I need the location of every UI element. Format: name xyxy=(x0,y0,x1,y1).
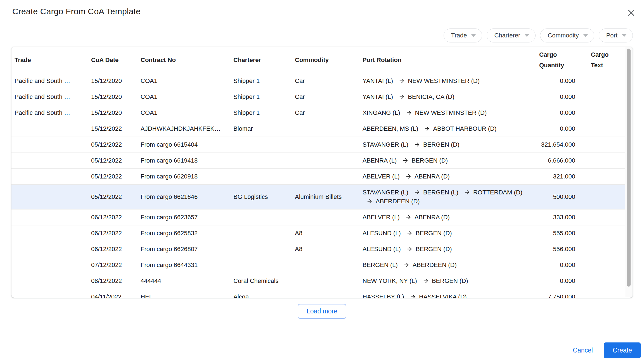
column-header-commodity: Commodity xyxy=(295,47,360,73)
port-stop: ABERDEEN, MS (L) xyxy=(363,124,418,133)
cell-cargo-quantity: 0.000 xyxy=(539,273,580,289)
port-stop: ALESUND (L) xyxy=(363,229,401,238)
port-stop: ABELVER (L) xyxy=(363,172,400,181)
port-stop: YANTAI (L) xyxy=(363,92,393,101)
scrollbar-thumb[interactable] xyxy=(627,49,631,287)
arrow-right-icon xyxy=(406,246,413,252)
cell-cargo-text xyxy=(580,105,625,121)
charterer-filter-label: Charterer xyxy=(494,32,520,39)
cell-charterer: Coral Chemicals xyxy=(233,273,295,289)
port-stop: BERGEN (D) xyxy=(410,140,460,149)
table-row[interactable]: 15/12/2022AJDHWKAJHDKJAHKFEK…BiomarABERD… xyxy=(11,121,625,137)
cell-cargo-text xyxy=(580,185,625,209)
cell-coa-date: 05/12/2022 xyxy=(91,137,141,153)
table-row[interactable]: 06/12/2022From cargo 6623657ABELVER (L) … xyxy=(11,209,625,225)
chevron-down-icon xyxy=(471,34,476,37)
table-row[interactable]: Pacific and South …15/12/2020COA1Shipper… xyxy=(11,73,625,89)
cell-port-rotation: ABERDEEN, MS (L) ABBOT HARBOUR (D) xyxy=(360,121,539,137)
column-header-coa-date: CoA Date xyxy=(91,47,141,73)
commodity-filter-dropdown[interactable]: Commodity xyxy=(540,28,594,42)
cell-contract-no: From cargo 6621646 xyxy=(141,185,233,209)
port-stop: ABENRA (D) xyxy=(401,213,450,222)
cell-coa-date: 06/12/2022 xyxy=(91,241,141,257)
port-stop: ABERDEEN (D) xyxy=(399,261,457,270)
table-row[interactable]: Pacific and South …15/12/2020COA1Shipper… xyxy=(11,105,625,121)
arrow-right-icon xyxy=(406,109,412,116)
arrow-right-icon xyxy=(405,173,412,180)
arrow-right-icon xyxy=(366,198,373,204)
cell-cargo-text xyxy=(580,289,625,298)
cell-coa-date: 07/12/2022 xyxy=(91,257,141,273)
page-title: Create Cargo From CoA Template xyxy=(12,7,141,16)
table-header-row: Trade CoA Date Contract No Charterer Com… xyxy=(11,47,625,73)
cell-port-rotation: ABENRA (L) BERGEN (D) xyxy=(360,153,539,169)
cell-contract-no: AJDHWKAJHDKJAHKFEK… xyxy=(141,121,233,137)
load-more-button[interactable]: Load more xyxy=(298,304,346,319)
cell-contract-no: From cargo 6625832 xyxy=(141,225,233,241)
table-row[interactable]: 06/12/2022From cargo 6626807A8ALESUND (L… xyxy=(11,241,625,257)
close-button[interactable] xyxy=(626,7,637,18)
cell-cargo-quantity: 321,654.000 xyxy=(539,137,580,153)
cell-charterer xyxy=(233,209,295,225)
cell-contract-no: COA1 xyxy=(141,105,233,121)
table-row[interactable]: 07/12/2022From cargo 6644331BERGEN (L) A… xyxy=(11,257,625,273)
cell-trade xyxy=(11,169,91,185)
cell-trade xyxy=(11,121,91,137)
dialog-footer: Cancel Create xyxy=(573,342,641,358)
arrow-right-icon xyxy=(402,157,409,164)
cell-trade xyxy=(11,241,91,257)
cell-coa-date: 15/12/2022 xyxy=(91,121,141,137)
cell-cargo-quantity: 321.000 xyxy=(539,169,580,185)
cell-port-rotation: STAVANGER (L) BERGEN (L) ROTTERDAM (D) A… xyxy=(360,185,539,209)
cell-commodity xyxy=(295,153,360,169)
cell-trade: Pacific and South … xyxy=(11,73,91,89)
cell-charterer: Biomar xyxy=(233,121,295,137)
port-stop: BERGEN (D) xyxy=(419,277,468,285)
cell-commodity xyxy=(295,273,360,289)
port-filter-dropdown[interactable]: Port xyxy=(599,28,633,42)
port-stop: ALESUND (L) xyxy=(363,245,401,254)
cell-commodity: Car xyxy=(295,105,360,121)
cell-cargo-quantity: 556.000 xyxy=(539,241,580,257)
table-row[interactable]: 05/12/2022From cargo 6621646BG Logistics… xyxy=(11,185,625,209)
table-row[interactable]: Pacific and South …15/12/2020COA1Shipper… xyxy=(11,89,625,105)
table-row[interactable]: 04/11/2022HEIAlcoaHASSELBY (L) HASSELVIK… xyxy=(11,289,625,298)
cell-charterer xyxy=(233,153,295,169)
cell-contract-no: 444444 xyxy=(141,273,233,289)
cell-cargo-quantity: 0.000 xyxy=(539,89,580,105)
create-button[interactable]: Create xyxy=(604,342,641,358)
cell-cargo-text xyxy=(580,209,625,225)
cell-commodity xyxy=(295,257,360,273)
port-stop: BENICIA, CA (D) xyxy=(395,92,454,101)
cell-contract-no: COA1 xyxy=(141,89,233,105)
port-stop: STAVANGER (L) xyxy=(363,188,408,197)
cell-port-rotation: ALESUND (L) BERGEN (D) xyxy=(360,225,539,241)
column-header-contract-no: Contract No xyxy=(141,47,233,73)
cell-commodity xyxy=(295,289,360,298)
port-stop: NEW YORK, NY (L) xyxy=(363,277,417,285)
cell-cargo-quantity: 500.000 xyxy=(539,185,580,209)
trade-filter-dropdown[interactable]: Trade xyxy=(444,28,482,42)
cell-trade xyxy=(11,153,91,169)
cell-coa-date: 08/12/2022 xyxy=(91,273,141,289)
table-row[interactable]: 05/12/2022From cargo 6620918ABELVER (L) … xyxy=(11,169,625,185)
cell-port-rotation: ABELVER (L) ABENRA (D) xyxy=(360,169,539,185)
create-cargo-dialog: Create Cargo From CoA Template Trade Cha… xyxy=(0,0,644,362)
cell-charterer: Shipper 1 xyxy=(233,105,295,121)
table-row[interactable]: 05/12/2022From cargo 6615404STAVANGER (L… xyxy=(11,137,625,153)
chevron-down-icon xyxy=(525,34,529,37)
cell-commodity: Aluminium Billets xyxy=(295,185,360,209)
filter-bar: Trade Charterer Commodity Port xyxy=(444,28,633,42)
column-header-trade: Trade xyxy=(11,47,91,73)
cell-commodity: Car xyxy=(295,89,360,105)
cell-port-rotation: XINGANG (L) NEW WESTMINSTER (D) xyxy=(360,105,539,121)
cancel-button[interactable]: Cancel xyxy=(573,347,593,354)
port-filter-label: Port xyxy=(606,32,617,39)
charterer-filter-dropdown[interactable]: Charterer xyxy=(487,28,536,42)
table-row[interactable]: 05/12/2022From cargo 6619418ABENRA (L) B… xyxy=(11,153,625,169)
table-row[interactable]: 08/12/2022444444Coral ChemicalsNEW YORK,… xyxy=(11,273,625,289)
cell-trade: Pacific and South … xyxy=(11,89,91,105)
cell-charterer: BG Logistics xyxy=(233,185,295,209)
table-row[interactable]: 06/12/2022From cargo 6625832A8ALESUND (L… xyxy=(11,225,625,241)
scrollbar-track[interactable] xyxy=(625,47,633,298)
